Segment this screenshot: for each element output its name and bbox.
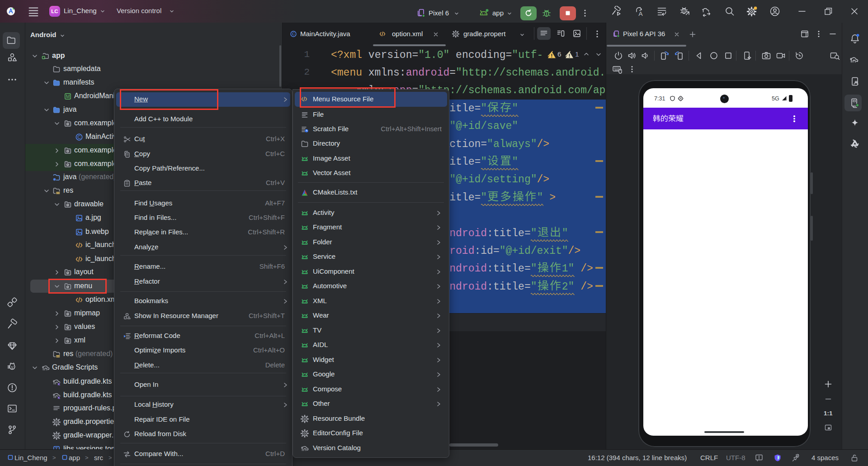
svg-text:C: C [292, 31, 295, 36]
svg-text:T: T [55, 447, 58, 449]
svg-text:A: A [638, 10, 642, 17]
svg-text:C: C [77, 134, 81, 140]
svg-text:M: M [66, 94, 70, 99]
